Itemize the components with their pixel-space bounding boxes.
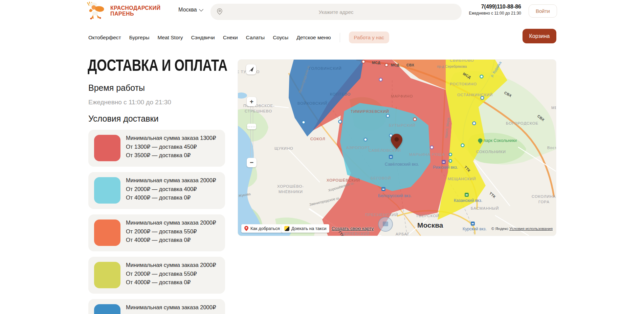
svg-text:МНЁВНИКИ: МНЁВНИКИ <box>279 190 303 194</box>
zone-color-swatch <box>94 304 120 314</box>
svg-text:Белорусский вкз.: Белорусский вкз. <box>378 193 412 198</box>
work-with-us-link[interactable]: Работа у нас <box>349 32 389 43</box>
zone-line: От 2000₽ — доставка 550₽ <box>126 270 216 278</box>
working-hours: Ежедневно с 11:00 до 21:30 <box>453 11 521 16</box>
nav-divider <box>340 33 340 42</box>
svg-text:Рижский вкз.: Рижский вкз. <box>433 165 458 170</box>
city-name: Москва <box>178 7 197 13</box>
nav-item-oktoberfest[interactable]: Октоберфест <box>88 35 121 41</box>
svg-text:СВХ: СВХ <box>406 63 414 67</box>
zone-line: От 2000₽ — доставка 400₽ <box>126 185 216 194</box>
geolocate-button[interactable] <box>246 64 256 75</box>
nav-item-burgers[interactable]: Бургеры <box>129 35 150 41</box>
work-time-heading: Время работы <box>88 83 145 93</box>
svg-text:Курский вкз.: Курский вкз. <box>463 227 487 231</box>
svg-text:АЭРОПОРТ: АЭРОПОРТ <box>346 146 370 150</box>
svg-text:Казанский вкз.: Казанский вкз. <box>454 198 482 203</box>
svg-text:ФИЛЁВСКИЙ: ФИЛЁВСКИЙ <box>343 232 370 236</box>
zone-color-swatch <box>94 135 120 161</box>
svg-text:ГОЛОВИНСКИЙ: ГОЛОВИНСКИЙ <box>309 66 342 70</box>
cart-button[interactable]: Корзина <box>523 29 556 43</box>
taxi-icon <box>284 226 289 231</box>
taxi-label: Доехать на такси <box>291 226 326 231</box>
zone-line: Минимальная сумма заказа 2000₽ <box>126 218 216 227</box>
login-button[interactable]: Войти <box>529 4 557 18</box>
zone-line: Минимальная сумма заказа 2000₽ <box>126 261 216 270</box>
city-selector[interactable]: Москва <box>178 7 203 13</box>
svg-text:СВИБЛОВО: СВИБЛОВО <box>450 60 474 62</box>
svg-text:БЕГОВОЙ: БЕГОВОЙ <box>371 176 391 180</box>
svg-text:МЕ: МЕ <box>551 106 556 110</box>
logo[interactable]: КРАСНОДАРСКИЙ ПАРЕНЬ <box>87 1 160 21</box>
svg-text:БУТЫРСКИЙ: БУТЫРСКИЙ <box>389 123 416 127</box>
zone-line: От 4000₽ — доставка 0₽ <box>126 278 216 287</box>
svg-text:ПРЕСНЕНСКИЙ: ПРЕСНЕНСКИЙ <box>365 213 398 217</box>
zone-card-yellow-green: Минимальная сумма заказа 2000₽ От 2000₽ … <box>88 257 225 294</box>
svg-text:АРБАТ: АРБАТ <box>396 232 409 236</box>
create-map-link[interactable]: Создать свою карту <box>332 226 374 231</box>
zone-card-cyan: Минимальная сумма заказа 2000₽ От 2000₽ … <box>88 172 225 209</box>
nav-item-sauces[interactable]: Соусы <box>273 35 288 41</box>
zone-line: От 3500₽ — доставка 0₽ <box>126 151 216 160</box>
yandex-copyright: © Яндекс <box>491 227 508 231</box>
address-search <box>210 4 460 19</box>
zoom-out-button[interactable]: − <box>247 158 257 167</box>
svg-text:парк Сокольники: парк Сокольники <box>484 138 517 143</box>
delivery-zones-map[interactable]: ОЕ ТУШИНОПОКРОВСКОЕ-СТРЕШНЕВОЩУКИНОХОРОШ… <box>238 60 556 236</box>
contact-block: 7(499)110-88-86 Ежедневно с 11:00 до 21:… <box>453 4 521 16</box>
svg-text:СТРЕШНЕВО: СТРЕШНЕВО <box>245 109 272 113</box>
taxi-button[interactable]: Доехать на такси <box>281 224 329 233</box>
work-time-value: Ежедневно с 11:00 до 21:30 <box>88 99 171 106</box>
delivery-zones-list: Минимальная сумма заказа 1300₽ От 1300₽ … <box>88 130 225 314</box>
zoom-in-button[interactable]: + <box>247 97 257 106</box>
red-pin-icon <box>244 226 248 231</box>
main-nav: Октоберфест Бургеры Meat Story Сэндвичи … <box>88 32 389 43</box>
directions-label: Как добраться <box>250 226 280 231</box>
page-title: ДОСТАВКА И ОПЛАТА <box>88 57 227 74</box>
terms-of-use-link[interactable]: Условия использования <box>509 227 553 231</box>
navigation-arrow-icon <box>247 66 255 73</box>
svg-text:Москва: Москва <box>417 221 443 229</box>
nav-item-sandwiches[interactable]: Сэндвичи <box>191 35 215 41</box>
zone-color-swatch <box>94 262 120 288</box>
address-search-input[interactable] <box>210 4 462 20</box>
nav-item-salads[interactable]: Салаты <box>246 35 265 41</box>
map-attribution: © Яндекс Условия использования <box>491 227 553 231</box>
svg-text:СОКОЛЬНИКИ: СОКОЛЬНИКИ <box>476 150 506 154</box>
location-pin-icon <box>216 8 223 16</box>
nav-item-meat-story[interactable]: Meat Story <box>157 35 183 41</box>
svg-text:РОСТОКИНО: РОСТОКИНО <box>450 82 477 86</box>
svg-text:ТВЕРСКОЙ: ТВЕРСКОЙ <box>416 214 439 218</box>
zone-line: От 2000₽ — доставка 550₽ <box>126 227 216 236</box>
zone-color-swatch <box>94 219 120 246</box>
svg-text:СОКОЛ: СОКОЛ <box>310 137 325 141</box>
nav-item-kids-menu[interactable]: Детское меню <box>296 35 331 41</box>
svg-text:МАРФИНО: МАРФИНО <box>391 94 413 98</box>
zone-line: От 4000₽ — доставка 0₽ <box>126 193 216 202</box>
zone-line: Минимальная сумма заказа 2000₽ <box>126 303 216 312</box>
svg-text:МЕЩАНСКИЙ: МЕЩАНСКИЙ <box>448 177 476 181</box>
zone-line: От 4000₽ — доставка 0₽ <box>126 236 216 245</box>
zone-line: От 1300₽ — доставка 450₽ <box>126 143 216 151</box>
svg-text:МСД: МСД <box>372 61 380 65</box>
zone-card-orange: Минимальная сумма заказа 2000₽ От 2000₽ … <box>88 214 225 251</box>
svg-text:Савёловский вкз.: Савёловский вкз. <box>385 162 419 167</box>
logo-character-icon <box>87 1 108 21</box>
zoom-slider-track[interactable] <box>250 107 253 158</box>
svg-text:БОГОРОДСКОЕ: БОГОРОДСКОЕ <box>506 121 538 125</box>
zone-card-red: Минимальная сумма заказа 1300₽ От 1300₽ … <box>88 130 225 167</box>
svg-text:пр-д Серебрякова: пр-д Серебрякова <box>437 64 467 68</box>
svg-text:ВОЙКОВСКИЙ: ВОЙКОВСКИЙ <box>297 101 327 105</box>
phone-number[interactable]: 7(499)110-88-86 <box>453 4 521 10</box>
logo-text: КРАСНОДАРСКИЙ ПАРЕНЬ <box>110 5 160 17</box>
nav-item-snacks[interactable]: Снеки <box>223 35 238 41</box>
svg-text:Восточ: Восточ <box>547 146 556 150</box>
directions-button[interactable]: Как добраться <box>241 224 283 233</box>
zone-line: От 2000₽ — доставка 500₽ <box>126 312 216 314</box>
zoom-slider-handle[interactable]: ····· <box>247 124 256 129</box>
zone-card-blue: Минимальная сумма заказа 2000₽ От 2000₽ … <box>88 299 225 314</box>
zone-line: Минимальная сумма заказа 2000₽ <box>126 176 216 185</box>
chevron-down-icon <box>199 7 203 12</box>
svg-text:ГОРА: ГОРА <box>538 200 550 204</box>
zone-color-swatch <box>94 177 120 204</box>
